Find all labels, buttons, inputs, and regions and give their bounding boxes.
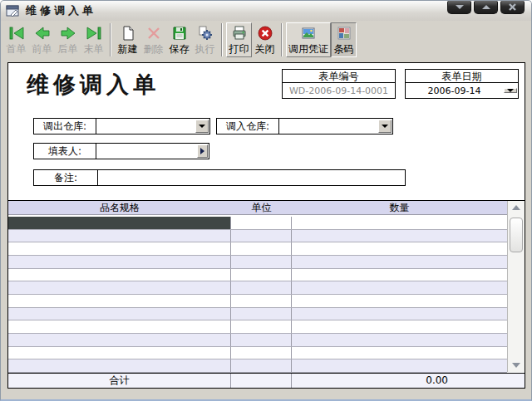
out-warehouse-input[interactable] — [96, 119, 195, 134]
filler-lookup-button[interactable] — [197, 144, 208, 158]
form-title: 维修调入单 — [27, 70, 160, 100]
cell-product[interactable] — [8, 217, 231, 229]
save-button[interactable]: 保存 — [166, 22, 192, 57]
cell-product[interactable] — [8, 295, 231, 307]
cell-qty[interactable] — [292, 281, 507, 294]
form-panel: 维修调入单 表单编号 WD-2006-09-14-0001 表单日期 2006-… — [7, 62, 525, 389]
scroll-up-button[interactable] — [508, 201, 525, 214]
in-warehouse-label: 调入仓库: — [217, 119, 279, 134]
vertical-scrollbar[interactable] — [507, 201, 525, 372]
column-header-qty[interactable]: 数量 — [292, 201, 507, 215]
cell-qty[interactable] — [292, 320, 507, 333]
column-header-product[interactable]: 品名规格 — [8, 201, 231, 215]
cell-unit[interactable] — [231, 230, 292, 242]
cell-unit[interactable] — [231, 269, 292, 281]
filler-input[interactable] — [96, 144, 196, 159]
cell-unit[interactable] — [231, 295, 292, 307]
in-warehouse-input[interactable] — [279, 119, 377, 134]
column-header-unit[interactable]: 单位 — [231, 201, 292, 215]
last-record-icon — [85, 24, 103, 42]
table-row[interactable] — [8, 320, 507, 334]
cell-unit[interactable] — [231, 308, 292, 320]
cell-qty[interactable] — [292, 295, 507, 307]
cell-product[interactable] — [8, 269, 231, 281]
table-row[interactable] — [8, 269, 507, 282]
prev-record-button[interactable]: 前单 — [29, 22, 55, 57]
execute-button[interactable]: 执行 — [192, 22, 218, 57]
cell-product[interactable] — [8, 281, 231, 294]
cell-qty[interactable] — [292, 230, 507, 242]
app-window: 维修调入单 首单 — [0, 0, 532, 401]
table-row[interactable] — [8, 256, 507, 269]
cell-qty[interactable] — [292, 269, 507, 281]
table-row[interactable] — [8, 359, 507, 373]
total-qty-value: 0.00 — [292, 374, 525, 388]
print-icon — [231, 24, 248, 42]
cell-qty[interactable] — [292, 256, 507, 268]
cell-unit[interactable] — [231, 320, 292, 333]
remark-label: 备注: — [34, 170, 98, 185]
title-bar: 维修调入单 — [1, 1, 531, 21]
call-voucher-button[interactable]: 调用凭证 — [286, 22, 331, 57]
cell-product[interactable] — [8, 308, 231, 320]
table-row[interactable] — [8, 230, 507, 243]
cell-qty[interactable] — [292, 334, 507, 346]
maximize-button[interactable] — [474, 1, 498, 14]
cell-unit[interactable] — [231, 242, 292, 255]
cell-unit[interactable] — [231, 256, 292, 268]
total-unit-cell — [231, 374, 292, 388]
close-circle-icon — [257, 24, 273, 42]
close-form-button[interactable]: 关闭 — [252, 22, 278, 57]
remark-input[interactable] — [98, 170, 405, 185]
barcode-button[interactable]: 条码 — [331, 22, 357, 57]
out-warehouse-dropdown-button[interactable] — [195, 120, 209, 133]
new-button[interactable]: 新建 — [115, 22, 140, 57]
minimize-button[interactable] — [447, 1, 471, 14]
table-row[interactable] — [8, 347, 507, 360]
table-row[interactable] — [8, 308, 507, 321]
last-record-button[interactable]: 末单 — [81, 22, 106, 57]
toolbar-separator — [281, 23, 283, 56]
in-warehouse-dropdown-button[interactable] — [378, 120, 392, 133]
cell-qty[interactable] — [292, 359, 507, 372]
cell-qty[interactable] — [292, 347, 507, 359]
cell-qty[interactable] — [292, 242, 507, 255]
cell-product[interactable] — [8, 230, 231, 242]
minimize-icon — [456, 5, 464, 9]
next-record-button[interactable]: 后单 — [55, 22, 81, 57]
cell-product[interactable] — [8, 242, 231, 255]
grid-total-row: 合计 0.00 — [8, 373, 525, 388]
delete-button[interactable]: 删除 — [140, 22, 166, 57]
cell-product[interactable] — [8, 359, 231, 372]
cell-unit[interactable] — [231, 359, 292, 372]
table-row[interactable] — [8, 217, 507, 230]
doc-date-dropdown-button[interactable] — [504, 88, 517, 93]
doc-date-value: 2006-09-14 — [406, 86, 503, 96]
cell-product[interactable] — [8, 320, 231, 333]
doc-date-label: 表单日期 — [406, 70, 518, 83]
print-button[interactable]: 打印 — [226, 22, 252, 57]
new-doc-icon — [120, 24, 136, 42]
cell-unit[interactable] — [231, 334, 292, 346]
table-row[interactable] — [8, 334, 507, 347]
cell-product[interactable] — [8, 347, 231, 359]
cell-product[interactable] — [8, 334, 231, 346]
window-form-icon — [6, 4, 20, 17]
scrollbar-thumb[interactable] — [510, 218, 523, 252]
cell-unit[interactable] — [231, 347, 292, 359]
grid-header-row: 品名规格 单位 数量 — [8, 201, 507, 215]
cell-qty[interactable] — [292, 217, 507, 229]
table-row[interactable] — [8, 295, 507, 308]
cell-unit[interactable] — [231, 281, 292, 294]
first-record-button[interactable]: 首单 — [3, 22, 29, 57]
form-header-section: 维修调入单 表单编号 WD-2006-09-14-0001 表单日期 2006-… — [8, 63, 525, 201]
scroll-down-button[interactable] — [508, 359, 525, 372]
cell-unit[interactable] — [231, 217, 292, 229]
table-row[interactable] — [8, 242, 507, 256]
doc-number-box: 表单编号 WD-2006-09-14-0001 — [282, 69, 396, 99]
table-row[interactable] — [8, 281, 507, 295]
close-button[interactable] — [500, 1, 525, 14]
cell-qty[interactable] — [292, 308, 507, 320]
window-title: 维修调入单 — [26, 3, 96, 18]
cell-product[interactable] — [8, 256, 231, 268]
